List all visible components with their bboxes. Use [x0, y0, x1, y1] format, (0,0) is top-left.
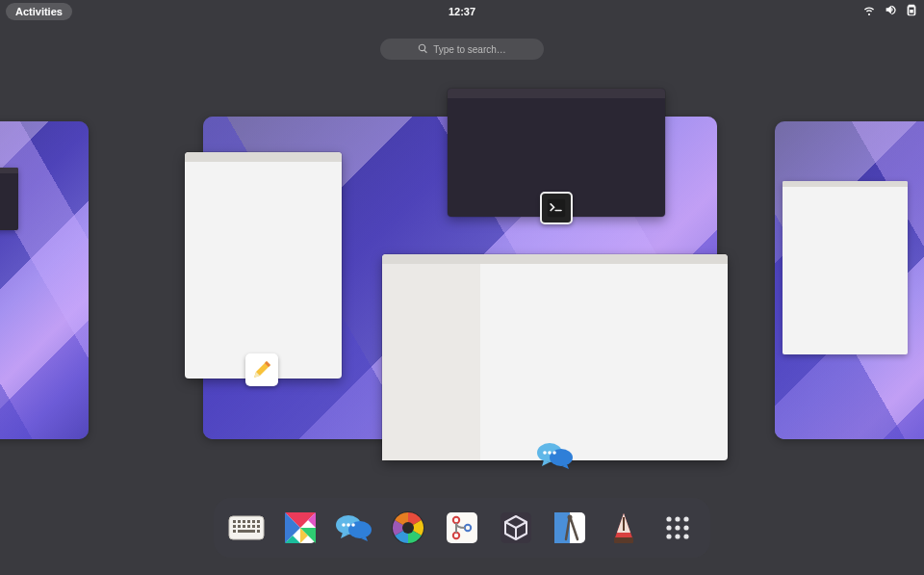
svg-point-2 — [550, 449, 573, 466]
search-placeholder: Type to search… — [433, 44, 506, 55]
svg-point-41 — [666, 516, 671, 521]
dash — [214, 498, 710, 558]
workspace-previous[interactable] — [0, 121, 89, 439]
svg-point-47 — [666, 534, 671, 538]
aperture-app[interactable] — [387, 507, 429, 549]
svg-rect-19 — [257, 525, 260, 528]
chat-icon — [536, 439, 575, 472]
window-sidebar — [382, 264, 480, 460]
text-editor-icon — [245, 353, 278, 386]
svg-point-4 — [548, 451, 552, 455]
svg-rect-13 — [257, 520, 260, 523]
svg-point-25 — [348, 521, 372, 538]
svg-rect-11 — [247, 520, 250, 523]
svg-rect-18 — [252, 525, 255, 528]
boxes-app[interactable] — [495, 507, 537, 549]
search-icon — [418, 43, 428, 56]
svg-rect-39 — [623, 517, 625, 531]
clock[interactable]: 12:37 — [449, 6, 475, 17]
top-panel: Activities 12:37 — [0, 0, 924, 23]
status-area[interactable] — [862, 3, 918, 20]
svg-rect-10 — [243, 520, 245, 523]
window-text-editor[interactable] — [185, 152, 342, 379]
svg-point-3 — [543, 451, 547, 455]
svg-point-43 — [683, 516, 688, 521]
metronome-app[interactable] — [603, 507, 645, 549]
svg-rect-21 — [238, 530, 255, 533]
chat-app[interactable] — [333, 507, 375, 549]
svg-point-42 — [675, 516, 680, 521]
window-titlebar — [448, 89, 665, 98]
svg-rect-17 — [247, 525, 250, 528]
svg-rect-22 — [257, 530, 260, 533]
svg-rect-40 — [614, 537, 633, 543]
svg-point-28 — [351, 523, 355, 527]
search-field[interactable]: Type to search… — [380, 39, 544, 60]
terminal-icon — [540, 192, 573, 224]
svg-point-45 — [675, 525, 680, 530]
svg-rect-15 — [238, 525, 241, 528]
window-titlebar — [382, 254, 728, 264]
svg-rect-8 — [233, 520, 236, 523]
show-apps-button[interactable] — [656, 507, 699, 549]
svg-point-44 — [666, 525, 671, 530]
svg-rect-12 — [252, 520, 255, 523]
svg-point-5 — [552, 451, 556, 455]
svg-point-38 — [568, 515, 573, 520]
svg-rect-16 — [243, 525, 245, 528]
svg-point-26 — [342, 523, 346, 527]
svg-point-27 — [346, 523, 350, 527]
svg-rect-9 — [238, 520, 241, 523]
keyboard-app[interactable] — [225, 507, 268, 549]
window-chat[interactable] — [382, 254, 728, 460]
svg-point-46 — [683, 525, 688, 530]
svg-point-30 — [402, 522, 414, 534]
volume-icon — [884, 3, 897, 20]
tangram-app[interactable] — [279, 507, 321, 549]
workspace-next[interactable] — [775, 121, 924, 439]
power-icon — [905, 3, 918, 20]
svg-rect-20 — [233, 530, 236, 533]
gitg-app[interactable] — [441, 507, 483, 549]
svg-point-48 — [675, 534, 680, 538]
network-wireless-icon — [862, 3, 876, 20]
window-titlebar — [185, 152, 342, 162]
svg-rect-0 — [548, 199, 565, 217]
mini-window-terminal — [0, 168, 18, 230]
svg-point-49 — [683, 534, 688, 538]
tools-app[interactable] — [549, 507, 591, 549]
svg-rect-14 — [233, 525, 236, 528]
activities-button[interactable]: Activities — [6, 3, 72, 20]
mini-window — [783, 181, 908, 354]
